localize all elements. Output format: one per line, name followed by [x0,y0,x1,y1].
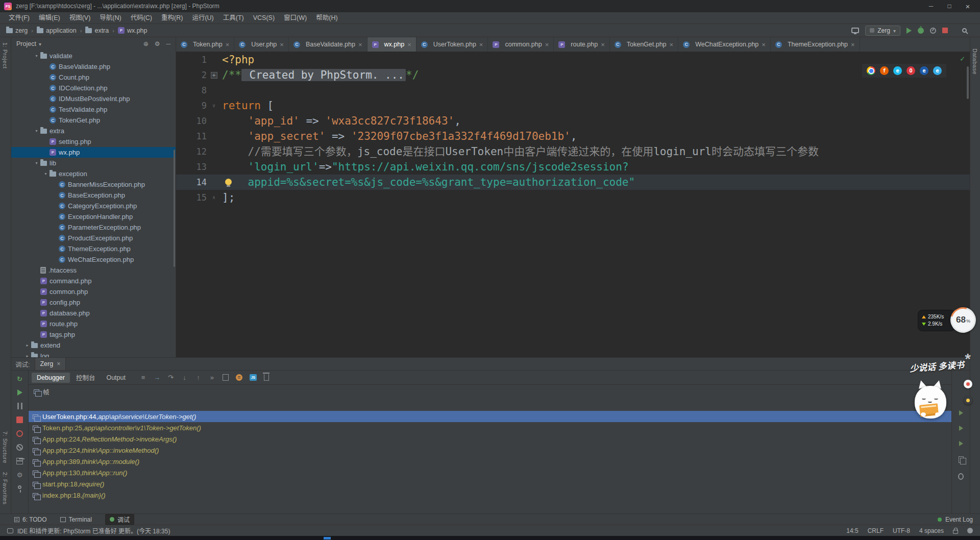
code-line-content[interactable]: 'app_secret' => '23209f07cbe3f1a332f4f46… [219,129,577,144]
view-breakpoints-icon[interactable] [16,430,23,437]
tab-close-icon[interactable] [545,41,549,48]
code-line-content[interactable]: /** Created by PhpStorm. ...*/ [219,67,419,83]
tree-item[interactable]: config.php [11,297,176,308]
editor-tab[interactable]: Token.php [176,37,234,52]
editor-tab[interactable]: UserToken.php [416,37,488,52]
resume-icon[interactable] [17,389,22,396]
code-line[interactable]: 1 <?php [176,52,970,67]
js-console-icon[interactable] [250,374,257,381]
menu-item[interactable]: 导航(N) [95,12,126,23]
tree-item[interactable]: BaseValidate.php [11,61,176,72]
stripe-button-favorites[interactable]: 2: Favorites [2,472,8,504]
tree-item[interactable]: ▾ lib [11,158,176,168]
readonly-lock-icon[interactable] [953,530,958,534]
stripe-button-project[interactable]: 1: Project [2,42,8,68]
fold-gutter[interactable]: ∧ [209,190,219,205]
step-out-icon[interactable] [195,374,202,381]
tree-item[interactable]: setting.php [11,136,176,147]
locate-file-icon[interactable] [143,40,149,47]
todo-tool-button[interactable]: 6: TODO [14,516,47,523]
line-ending-select[interactable]: CRLF [868,527,884,534]
menu-item[interactable]: VCS(S) [249,12,279,23]
code-line[interactable]: 2 + /** Created by PhpStorm. ...*/ [176,67,970,83]
fold-gutter[interactable]: + [209,67,219,83]
firefox-icon[interactable] [880,66,889,75]
tree-item[interactable]: ▾ extra [11,126,176,136]
view-grid-icon[interactable] [223,374,229,381]
code-line-content[interactable] [219,83,222,98]
editor-tab[interactable]: ThemeException.php [771,37,860,52]
tree-item[interactable]: ▸ log [11,351,176,357]
minimize-button[interactable] [922,1,940,12]
code-line[interactable]: 8 [176,83,970,98]
breadcrumb-item[interactable]: › extra [77,27,109,34]
code-line[interactable]: 13 'login_url'=>"https://api.weixin.qq.c… [176,159,970,175]
editor-tab[interactable]: WeChatException.php [678,37,771,52]
tab-close-icon[interactable] [407,41,411,48]
intention-bulb-icon[interactable] [225,179,232,185]
breadcrumb-item[interactable]: › zerg [6,27,28,34]
menu-item[interactable]: 文件(F) [4,12,34,23]
tree-expand-arrow-icon[interactable]: ▾ [33,161,40,165]
tree-item[interactable]: ▸ extend [11,340,176,351]
run-arrow3-icon[interactable] [959,441,963,446]
tab-close-icon[interactable] [479,41,483,48]
editor-scrollbar[interactable] [967,66,969,99]
copy-stack-icon[interactable] [959,456,964,463]
fold-gutter[interactable] [209,113,219,129]
tree-item[interactable]: ▾ validate [11,51,176,61]
rerun-icon[interactable] [16,376,23,382]
editor-tab[interactable]: route.php [554,37,609,52]
fold-expand-icon[interactable]: + [211,72,217,79]
terminal-tool-button[interactable]: Terminal [60,516,92,523]
stack-frame-row[interactable]: App.php:224, ReflectionMethod->invokeArg… [29,433,951,445]
inspections-hector-icon[interactable] [967,528,973,533]
inspection-status-icon[interactable] [960,54,965,63]
fold-arrow-icon[interactable]: ∨ [212,103,215,108]
fold-gutter[interactable] [209,159,219,175]
stack-frame-row[interactable]: App.php:130, think\App::run() [29,467,951,478]
breadcrumb-item[interactable]: › wx.php [109,27,147,34]
menu-item[interactable]: 帮助(H) [311,12,342,23]
toolbar-monitor-icon[interactable] [851,28,859,33]
tree-expand-arrow-icon[interactable]: ▾ [42,171,50,176]
code-line-content[interactable]: 'login_url'=>"https://api.weixin.qq.com/… [219,159,629,175]
pause-icon[interactable] [17,403,22,409]
debugger-tab[interactable]: Output [101,373,131,383]
tree-item[interactable]: Count.php [11,72,176,83]
stack-frame-row[interactable]: App.php:389, think\App::module() [29,456,951,467]
tree-item[interactable]: ThemeException.php [11,243,176,254]
tree-item[interactable]: .htaccess [11,265,176,276]
tab-close-icon[interactable] [280,41,284,48]
stack-frame-row[interactable]: index.php:18, {main}() [29,489,951,501]
tree-item[interactable]: BaseException.php [11,190,176,201]
code-line[interactable]: 14 appid=%s&secret=%s&js_code=%s&grant_t… [176,175,970,190]
run-to-cursor-icon[interactable] [209,374,215,381]
coverage-button[interactable] [930,28,936,34]
tree-item[interactable]: IDCollection.php [11,83,176,93]
chrome-icon[interactable] [867,66,875,75]
code-line-content[interactable]: 'app_id' => 'wxa3cc827c73f18643', [219,113,461,129]
tab-close-icon[interactable] [851,41,855,48]
fold-gutter[interactable] [209,129,219,144]
tree-item[interactable]: BannerMissException.php [11,179,176,190]
tree-expand-arrow-icon[interactable]: ▸ [23,354,31,357]
tree-item[interactable]: tags.php [11,329,176,340]
fold-gutter[interactable]: ∨ [209,98,219,113]
status-message[interactable]: IDE 和插件更新: PhpStorm 已准备好 更新。(今天 18:35) [17,526,170,535]
tree-item[interactable]: route.php [11,318,176,329]
caret-position[interactable]: 14:5 [846,527,858,534]
tree-item[interactable]: TestValidate.php [11,104,176,115]
code-line-content[interactable]: appid=%s&secret=%s&js_code=%s&grant_type… [219,175,635,190]
tree-item[interactable]: database.php [11,308,176,318]
menu-item[interactable]: 代码(C) [126,12,157,23]
tree-expand-arrow-icon[interactable]: ▾ [33,129,40,133]
memory-percent-gauge[interactable]: 68% [946,303,980,337]
stack-frame-row[interactable]: Token.php:25, app\api\controller\v1\Toke… [29,422,951,433]
search-everywhere-icon[interactable] [962,28,967,33]
tab-close-icon[interactable] [670,41,674,48]
edge-icon[interactable] [933,66,942,75]
ie-icon[interactable] [893,66,902,75]
network-speed-widget[interactable]: 235K/s 2.9K/s 68% [918,307,976,334]
fold-gutter[interactable] [209,83,219,98]
